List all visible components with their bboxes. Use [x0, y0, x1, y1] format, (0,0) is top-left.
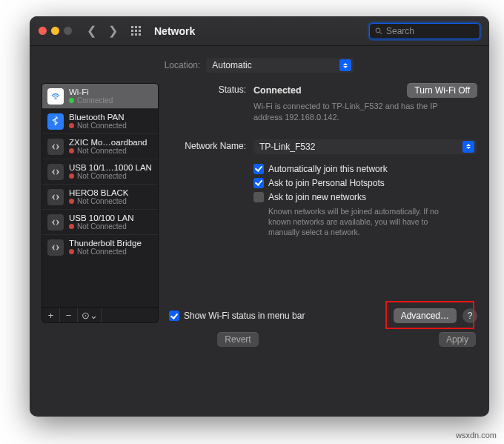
status-dot-icon — [69, 173, 74, 179]
minimize-window-button[interactable] — [51, 27, 59, 35]
forward-button[interactable]: ❯ — [105, 24, 121, 38]
close-window-button[interactable] — [39, 27, 47, 35]
service-actions-button[interactable]: ⊙⌄ — [78, 308, 102, 322]
service-text: Wi-Fi Connected — [69, 87, 153, 105]
service-list: Wi-Fi Connected Bluetooth PAN Not Connec… — [42, 83, 159, 259]
location-label: Location: — [165, 60, 201, 70]
location-value: Automatic — [212, 60, 251, 70]
network-prefs-window: ❮ ❯ Network Search Location: Automatic — [30, 16, 489, 417]
network-name-row: Network Name: TP-Link_F532 — [169, 139, 477, 154]
service-status: Not Connected — [69, 222, 153, 231]
options-row: Automatically join this network Ask to j… — [169, 160, 477, 238]
status-dot-icon — [69, 123, 74, 128]
ethernet-icon — [47, 214, 64, 231]
status-description: Wi-Fi is connected to TP-Link_F532 and h… — [253, 101, 446, 123]
turn-wifi-off-button[interactable]: Turn Wi-Fi Off — [407, 83, 477, 98]
service-thunderbolt[interactable]: Thunderbolt Bridge Not Connected — [42, 235, 158, 259]
updown-icon — [339, 59, 351, 71]
ethernet-icon — [47, 189, 64, 205]
show-menubar-checkbox[interactable] — [169, 311, 179, 321]
footer: Revert Apply — [30, 323, 489, 357]
checkbox-icon — [253, 178, 264, 188]
service-status: Not Connected — [69, 147, 153, 155]
detail-panel: Status: Connected Turn Wi-Fi Off Wi-Fi i… — [169, 83, 477, 323]
titlebar: ❮ ❯ Network Search — [30, 16, 489, 46]
status-dot-icon — [69, 148, 74, 153]
advanced-button[interactable]: Advanced… — [394, 308, 457, 323]
service-status: Not Connected — [69, 197, 153, 205]
status-row: Status: Connected Turn Wi-Fi Off Wi-Fi i… — [169, 83, 477, 123]
search-input[interactable]: Search — [369, 23, 480, 39]
help-button[interactable]: ? — [462, 308, 477, 323]
service-status: Connected — [69, 96, 153, 105]
status-dot-icon — [69, 249, 74, 254]
svg-point-2 — [55, 99, 56, 99]
network-name-select[interactable]: TP-Link_F532 — [253, 139, 477, 154]
ethernet-icon — [47, 164, 64, 180]
service-usb-100[interactable]: USB 10/100 LAN Not Connected — [42, 210, 158, 235]
service-bluetooth-pan[interactable]: Bluetooth PAN Not Connected — [42, 109, 158, 134]
service-text: HERO8 BLACK Not Connected — [69, 188, 153, 205]
add-service-button[interactable]: + — [42, 308, 60, 322]
service-hero8[interactable]: HERO8 BLACK Not Connected — [42, 185, 158, 210]
show-menubar-label: Show Wi-Fi status in menu bar — [184, 311, 305, 321]
ethernet-icon — [47, 139, 64, 155]
status-dot-icon — [69, 224, 74, 229]
service-text: Thunderbolt Bridge Not Connected — [69, 239, 153, 256]
status-value: Connected — [253, 85, 302, 96]
auto-join-checkbox[interactable]: Automatically join this network — [253, 164, 477, 174]
service-zxic[interactable]: ZXIC Mo…oardband Not Connected — [42, 134, 158, 159]
service-wifi[interactable]: Wi-Fi Connected — [42, 84, 158, 109]
svg-point-0 — [376, 28, 380, 33]
back-button[interactable]: ❮ — [84, 24, 99, 38]
service-usb-1000[interactable]: USB 10/1…1000 LAN Not Connected — [42, 159, 158, 185]
checkbox-icon — [253, 192, 264, 202]
service-status: Not Connected — [69, 248, 153, 256]
service-name: ZXIC Mo…oardband — [69, 138, 153, 147]
watermark: wsxdn.com — [456, 431, 497, 440]
sidebar-footer: + − ⊙⌄ — [42, 307, 159, 323]
location-select[interactable]: Automatic — [206, 58, 354, 73]
service-name: Bluetooth PAN — [69, 113, 153, 122]
service-name: Thunderbolt Bridge — [69, 239, 153, 248]
service-name: USB 10/100 LAN — [69, 213, 153, 222]
window-controls — [39, 27, 72, 35]
menubar-row: Show Wi-Fi status in menu bar Advanced… … — [169, 308, 477, 323]
bluetooth-icon — [47, 113, 64, 130]
service-text: ZXIC Mo…oardband Not Connected — [69, 138, 153, 155]
sidebar: Wi-Fi Connected Bluetooth PAN Not Connec… — [42, 83, 159, 323]
search-icon — [374, 27, 383, 36]
status-dot-icon — [69, 98, 74, 103]
show-all-icon[interactable] — [131, 26, 141, 36]
network-name-label: Network Name: — [169, 139, 253, 151]
ask-new-label: Ask to join new networks — [268, 192, 366, 202]
zoom-window-button[interactable] — [64, 27, 72, 35]
body: Wi-Fi Connected Bluetooth PAN Not Connec… — [30, 83, 489, 323]
status-dot-icon — [69, 199, 74, 204]
ethernet-icon — [47, 239, 64, 256]
ask-hotspot-label: Ask to join Personal Hotspots — [268, 178, 385, 188]
ask-new-hint: Known networks will be joined automatica… — [268, 206, 454, 238]
sidebar-spacer — [42, 259, 159, 307]
revert-button[interactable]: Revert — [217, 332, 258, 347]
service-name: HERO8 BLACK — [69, 188, 153, 197]
service-name: Wi-Fi — [69, 87, 153, 96]
svg-line-1 — [380, 32, 382, 34]
wifi-icon — [47, 88, 64, 105]
ask-hotspot-checkbox[interactable]: Ask to join Personal Hotspots — [253, 178, 477, 188]
auto-join-label: Automatically join this network — [268, 164, 388, 174]
window-title: Network — [154, 25, 195, 37]
updown-icon — [462, 141, 474, 153]
search-placeholder: Search — [386, 26, 414, 36]
status-label: Status: — [169, 83, 253, 95]
service-status: Not Connected — [69, 172, 153, 180]
apply-button[interactable]: Apply — [439, 332, 476, 347]
service-text: USB 10/1…1000 LAN Not Connected — [69, 163, 153, 180]
service-name: USB 10/1…1000 LAN — [69, 163, 153, 172]
service-status: Not Connected — [69, 122, 153, 130]
ask-new-checkbox[interactable]: Ask to join new networks — [253, 192, 477, 202]
location-row: Location: Automatic — [30, 46, 489, 83]
remove-service-button[interactable]: − — [60, 308, 78, 322]
service-text: USB 10/100 LAN Not Connected — [69, 213, 153, 231]
service-text: Bluetooth PAN Not Connected — [69, 113, 153, 130]
